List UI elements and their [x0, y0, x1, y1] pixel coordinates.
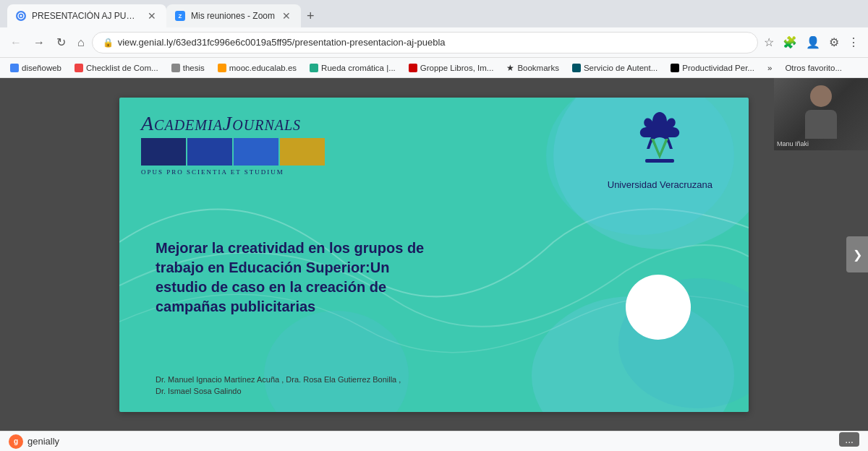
logo-title-text: AcademiaJournals: [141, 112, 325, 135]
academia-journals-logo: AcademiaJournals OPUS PRO SCIENTIA ET ST…: [141, 112, 325, 176]
bookmark-label-bookmarks: Bookmarks: [517, 64, 559, 72]
bookmark-label-disenoweb: diseñoweb: [22, 64, 61, 72]
logo-bar-3: [234, 138, 278, 166]
bookmark-checklist[interactable]: Checklist de Com...: [70, 62, 163, 74]
profile-button[interactable]: 👤: [803, 33, 823, 52]
camera-person-label: Manu Iñaki: [777, 140, 809, 147]
bookmark-favicon-groppe: [409, 64, 417, 72]
tab-close-btn[interactable]: ✕: [146, 10, 158, 22]
address-bar[interactable]: 🔒 view.genial.ly/63ed31fc996e6c0019a5ff9…: [92, 32, 758, 53]
slide-main-title: Mejorar la creatividad en los grupos de …: [156, 239, 445, 317]
bookmark-star-button[interactable]: ☆: [761, 33, 777, 52]
extensions-button[interactable]: 🧩: [780, 33, 800, 52]
tab-presentacion[interactable]: PRESENTACIÓN AJ PUEBLA ✕: [7, 4, 166, 27]
logo-subtitle-text: OPUS PRO SCIENTIA ET STUDIUM: [141, 168, 325, 176]
genially-logo: g genially: [9, 434, 59, 449]
tab-zoom[interactable]: Z Mis reuniones - Zoom ✕: [166, 4, 301, 27]
bookmark-favicon-mooc: [218, 64, 226, 72]
bookmark-bookmarks[interactable]: ★ Bookmarks: [502, 61, 563, 74]
bookmark-otros[interactable]: Otros favorito...: [780, 62, 846, 74]
bookmark-productividad[interactable]: Productividad Per...: [666, 62, 759, 74]
university-name-text: Universidad Veracruzana: [608, 179, 712, 190]
logo-bar-1: [141, 138, 186, 166]
person-head: [810, 85, 832, 107]
forward-button[interactable]: →: [29, 33, 49, 52]
camera-person-view: Manu Iñaki: [774, 78, 868, 150]
content-area: Manu Iñaki: [0, 78, 868, 431]
slide-container: AcademiaJournals OPUS PRO SCIENTIA ET ST…: [0, 78, 868, 431]
bookmark-label-checklist: Checklist de Com...: [86, 64, 158, 72]
bookmark-favicon-productividad: [671, 64, 679, 72]
more-options-button[interactable]: ⋮: [845, 33, 862, 52]
bookmarks-bar: diseñoweb Checklist de Com... thesis moo…: [0, 58, 868, 78]
universidad-veracruzana-logo: Universidad Veracruzana: [608, 108, 712, 190]
camera-feed: Manu Iñaki: [774, 78, 868, 150]
url-text: view.genial.ly/63ed31fc996e6c0019a5ff95/…: [118, 37, 747, 48]
bookmark-rueda[interactable]: Rueda cromática |...: [305, 62, 400, 74]
bookmark-star-icon: ★: [506, 63, 514, 73]
tab-title-zoom: Mis reuniones - Zoom: [191, 11, 275, 21]
bookmark-servicio[interactable]: Servicio de Autent...: [568, 62, 662, 74]
slide-next-button[interactable]: ❯: [846, 236, 868, 272]
nav-actions: ☆ 🧩 👤 ⚙ ⋮: [761, 33, 862, 52]
tab-title-presentacion: PRESENTACIÓN AJ PUEBLA: [32, 11, 140, 21]
decoration-white-circle: [626, 275, 691, 340]
lock-icon: 🔒: [103, 38, 114, 48]
nav-bar: ← → ↻ ⌂ 🔒 view.genial.ly/63ed31fc996e6c0…: [0, 27, 868, 58]
bookmark-label-more: »: [767, 64, 772, 72]
tab-close-zoom-btn[interactable]: ✕: [281, 10, 292, 22]
svg-rect-4: [645, 159, 674, 163]
logo-bar-4: [280, 138, 325, 166]
person-body: [805, 110, 837, 139]
bookmark-label-otros: Otros favorito...: [785, 64, 842, 72]
genially-brand-label: genially: [27, 436, 59, 447]
slide-authors: Dr. Manuel Ignacio Martínez Acuña , Dra.…: [156, 374, 401, 398]
browser-window: PRESENTACIÓN AJ PUEBLA ✕ Z Mis reuniones…: [0, 0, 868, 451]
bookmark-disenoweb[interactable]: diseñoweb: [6, 62, 66, 74]
bookmark-label-mooc: mooc.educalab.es: [229, 64, 297, 72]
bookmark-thesis[interactable]: thesis: [167, 62, 209, 74]
bookmark-favicon-thesis: [171, 64, 180, 72]
next-chevron-icon: ❯: [853, 248, 862, 262]
svg-point-1: [20, 15, 22, 17]
bookmark-label-rueda: Rueda cromática |...: [321, 64, 396, 72]
bookmark-more[interactable]: »: [763, 62, 776, 74]
bookmark-favicon-disenoweb: [10, 64, 19, 72]
home-button[interactable]: ⌂: [73, 33, 89, 52]
bookmark-favicon-servicio: [572, 64, 581, 72]
back-button[interactable]: ←: [6, 33, 26, 52]
logo-color-bars: [141, 138, 325, 166]
bookmark-label-productividad: Productividad Per...: [682, 64, 754, 72]
tab-bar: PRESENTACIÓN AJ PUEBLA ✕ Z Mis reuniones…: [0, 0, 868, 27]
bookmark-mooc[interactable]: mooc.educalab.es: [213, 62, 301, 74]
bookmark-groppe[interactable]: Groppe Libros, Im...: [404, 62, 498, 74]
tab-favicon-zoom: Z: [175, 11, 185, 21]
presentation-slide: AcademiaJournals OPUS PRO SCIENTIA ET ST…: [119, 98, 749, 412]
person-silhouette: [799, 85, 843, 143]
tab-favicon-chrome: [16, 11, 26, 21]
sync-button[interactable]: ⚙: [826, 33, 842, 52]
bookmark-favicon-checklist: [75, 64, 83, 72]
bottom-bar: g genially ...: [0, 431, 868, 451]
bookmark-favicon-rueda: [310, 64, 318, 72]
bookmark-label-thesis: thesis: [183, 64, 205, 72]
uv-emblem-svg: [631, 108, 689, 173]
bookmark-label-servicio: Servicio de Autent...: [584, 64, 658, 72]
logo-bar-2: [187, 138, 232, 166]
new-tab-button[interactable]: +: [301, 4, 320, 27]
reload-button[interactable]: ↻: [52, 33, 70, 52]
bookmark-label-groppe: Groppe Libros, Im...: [420, 64, 494, 72]
bottom-more-button[interactable]: ...: [839, 432, 859, 447]
genially-icon: g: [9, 434, 23, 449]
